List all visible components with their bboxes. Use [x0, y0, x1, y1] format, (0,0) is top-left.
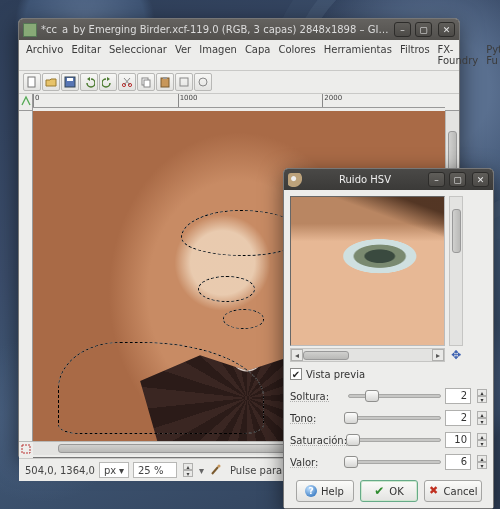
file-toolbar — [19, 71, 459, 94]
menu-seleccionar[interactable]: Seleccionar — [106, 42, 170, 68]
ruler-vertical[interactable] — [19, 111, 33, 441]
slider-row: Tono:2▴▾ — [290, 410, 487, 426]
slider-value-field[interactable]: 2 — [445, 410, 471, 426]
dialog-maximize-button[interactable]: ▢ — [449, 172, 466, 187]
zoom-step-down[interactable]: ▾ — [183, 470, 193, 477]
slider-track[interactable] — [348, 394, 441, 398]
minimize-button[interactable]: – — [394, 22, 411, 37]
cancel-button[interactable]: ✖ Cancel — [424, 480, 482, 502]
ok-button[interactable]: ✔ OK — [360, 480, 418, 502]
chevron-down-icon: ▾ — [119, 465, 124, 476]
preview-scrollbar-vertical[interactable] — [449, 196, 463, 346]
slider-knob[interactable] — [346, 434, 360, 446]
slider-knob[interactable] — [344, 412, 358, 424]
tool-redo-icon[interactable] — [99, 73, 117, 91]
ok-icon: ✔ — [373, 485, 385, 497]
svg-point-10 — [199, 78, 207, 86]
zoom-field[interactable]: 25 % — [133, 462, 177, 478]
slider-row: Saturación:10▴▾ — [290, 432, 487, 448]
tool-cut-icon[interactable] — [118, 73, 136, 91]
slider-label: Tono: — [290, 413, 344, 424]
slider-value-field[interactable]: 10 — [445, 432, 471, 448]
menu-imagen[interactable]: Imagen — [196, 42, 240, 68]
ruler-corner[interactable] — [19, 94, 33, 111]
cancel-button-label: Cancel — [444, 486, 478, 497]
scroll-thumb[interactable] — [303, 351, 349, 360]
step-down[interactable]: ▾ — [477, 418, 487, 425]
slider-value-field[interactable]: 2 — [445, 388, 471, 404]
menu-fx-foundry[interactable]: FX-Foundry — [435, 42, 482, 68]
zoom-dropdown-icon[interactable]: ▾ — [197, 465, 206, 476]
step-up[interactable]: ▴ — [477, 411, 487, 418]
sliders-group: Soltura:2▴▾Tono:2▴▾Saturación:10▴▾Valor:… — [290, 388, 487, 470]
tool-copy-icon[interactable] — [137, 73, 155, 91]
svg-rect-11 — [22, 445, 30, 453]
close-button[interactable]: ✕ — [438, 22, 455, 37]
maximize-button[interactable]: ▢ — [415, 22, 432, 37]
menu-capa[interactable]: Capa — [242, 42, 274, 68]
ruler-horizontal[interactable]: 010002000 — [33, 94, 445, 108]
slider-knob[interactable] — [365, 390, 379, 402]
slider-knob[interactable] — [344, 456, 358, 468]
preview-scrollbar-horizontal[interactable]: ◂ ▸ — [290, 348, 445, 362]
slider-row: Soltura:2▴▾ — [290, 388, 487, 404]
menu-herramientas[interactable]: Herramientas — [321, 42, 395, 68]
slider-track[interactable] — [348, 460, 441, 464]
scroll-right-icon[interactable]: ▸ — [432, 349, 444, 361]
menu-colores[interactable]: Colores — [275, 42, 318, 68]
preview-checkbox[interactable]: ✔ — [290, 368, 302, 380]
menubar: ArchivoEditarSeleccionarVerImagenCapaCol… — [19, 40, 459, 71]
help-button-label: Help — [321, 486, 344, 497]
tool-extra1-icon[interactable] — [175, 73, 193, 91]
preview-checkbox-label: Vista previa — [306, 369, 365, 380]
svg-rect-9 — [180, 78, 188, 86]
menu-editar[interactable]: Editar — [68, 42, 104, 68]
step-up[interactable]: ▴ — [477, 455, 487, 462]
slider-track[interactable] — [348, 416, 441, 420]
tool-new-icon[interactable] — [23, 73, 41, 91]
menu-filtros[interactable]: Filtros — [397, 42, 433, 68]
main-titlebar[interactable]: *cc_a_by Emerging Birder.xcf-119.0 (RGB,… — [19, 19, 459, 40]
tool-paste-icon[interactable] — [156, 73, 174, 91]
scroll-thumb[interactable] — [452, 209, 461, 253]
zoom-step-up[interactable]: ▴ — [183, 463, 193, 470]
scroll-left-icon[interactable]: ◂ — [291, 349, 303, 361]
ruler-tick: 1000 — [178, 94, 198, 108]
ok-button-label: OK — [389, 486, 403, 497]
filter-preview[interactable] — [290, 196, 445, 346]
dialog-close-button[interactable]: ✕ — [472, 172, 489, 187]
tool-save-icon[interactable] — [61, 73, 79, 91]
preview-navigate-icon[interactable]: ✥ — [449, 348, 463, 362]
menu-python-fu[interactable]: Python-Fu — [483, 42, 500, 68]
check-icon: ✔ — [292, 369, 300, 380]
slider-label: Saturación: — [290, 435, 344, 446]
slider-value-field[interactable]: 6 — [445, 454, 471, 470]
qmask-toggle-icon[interactable] — [19, 441, 33, 458]
selection-marquee — [223, 309, 264, 329]
svg-point-12 — [218, 465, 221, 468]
tool-open-icon[interactable] — [42, 73, 60, 91]
help-button[interactable]: Help — [296, 480, 354, 502]
slider-track[interactable] — [348, 438, 441, 442]
unit-selector[interactable]: px ▾ — [99, 462, 129, 478]
step-up[interactable]: ▴ — [477, 433, 487, 440]
slider-row: Valor:6▴▾ — [290, 454, 487, 470]
step-down[interactable]: ▾ — [477, 462, 487, 469]
step-up[interactable]: ▴ — [477, 389, 487, 396]
step-down[interactable]: ▾ — [477, 440, 487, 447]
gimp-wilber-icon — [288, 173, 302, 187]
menu-archivo[interactable]: Archivo — [23, 42, 66, 68]
status-coords: 504,0, 1364,0 — [25, 465, 95, 476]
cancel-icon: ✖ — [428, 485, 440, 497]
ruler-right-cap — [445, 94, 459, 111]
tool-undo-icon[interactable] — [80, 73, 98, 91]
dialog-titlebar[interactable]: Ruido HSV – ▢ ✕ — [284, 169, 493, 190]
svg-rect-2 — [67, 78, 73, 81]
menu-ver[interactable]: Ver — [172, 42, 194, 68]
brush-hint-icon — [210, 464, 222, 476]
step-down[interactable]: ▾ — [477, 396, 487, 403]
ruler-tick: 0 — [33, 94, 39, 108]
hsv-noise-dialog: Ruido HSV – ▢ ✕ ◂ ▸ ✥ ✔ Vista previa Sol… — [283, 168, 494, 509]
tool-extra2-icon[interactable] — [194, 73, 212, 91]
dialog-minimize-button[interactable]: – — [428, 172, 445, 187]
